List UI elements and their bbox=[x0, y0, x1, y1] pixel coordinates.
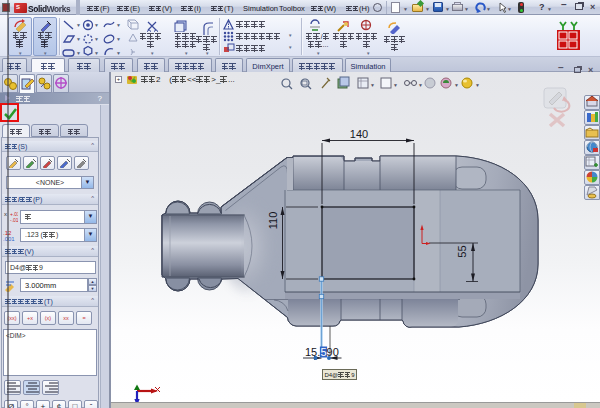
svg-text:110: 110 bbox=[267, 212, 279, 230]
svg-text:▼: ▼ bbox=[116, 36, 121, 42]
svg-text:▼: ▼ bbox=[94, 22, 99, 28]
svg-text:90: 90 bbox=[327, 346, 339, 358]
svg-text:5: 5 bbox=[320, 346, 326, 358]
svg-text:▼: ▼ bbox=[116, 22, 121, 28]
svg-text:15.: 15. bbox=[305, 346, 320, 358]
svg-text:▼: ▼ bbox=[76, 22, 81, 28]
svg-text:▼: ▼ bbox=[94, 50, 99, 56]
svg-text:140: 140 bbox=[350, 128, 368, 140]
svg-text:55: 55 bbox=[456, 245, 468, 257]
svg-text:▼: ▼ bbox=[76, 36, 81, 42]
svg-text:▼: ▼ bbox=[76, 50, 81, 56]
svg-text:-.01: -.01 bbox=[10, 217, 18, 223]
svg-text:▼: ▼ bbox=[94, 36, 99, 42]
svg-text:.001: .001 bbox=[3, 236, 15, 242]
svg-text:▼: ▼ bbox=[116, 50, 121, 56]
